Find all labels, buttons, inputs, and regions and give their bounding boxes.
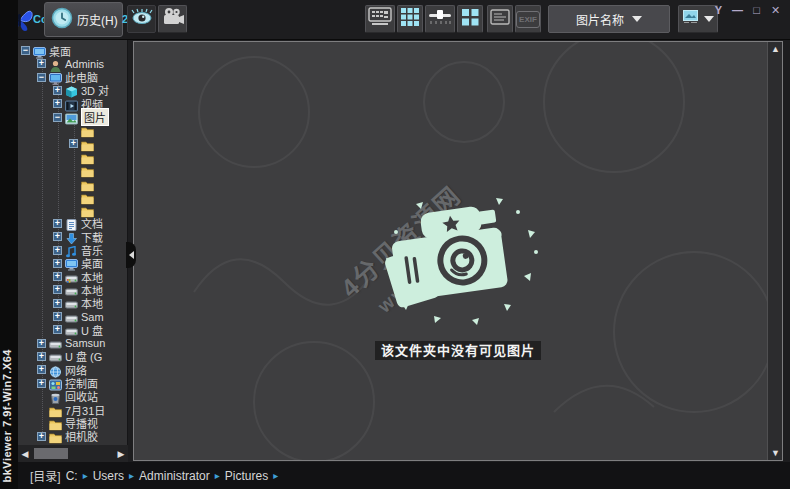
tree-item-folder[interactable]: + <box>18 190 128 203</box>
expand-expander-icon[interactable]: + <box>69 139 78 148</box>
tree-item-label[interactable]: 相机胶 <box>65 428 98 444</box>
tree-item-label[interactable]: 本地 <box>81 295 103 311</box>
tree-item-Sam[interactable]: +Sam <box>18 310 128 323</box>
expand-expander-icon[interactable]: + <box>37 59 46 68</box>
drive-icon <box>65 324 78 336</box>
tree-item-本地[interactable]: +本地 <box>18 270 128 283</box>
thumbnail-view-icon <box>368 7 392 31</box>
expand-expander-icon[interactable]: + <box>53 312 62 321</box>
expand-expander-icon[interactable]: + <box>37 339 46 348</box>
history-button-label: 历史(H) <box>77 11 118 28</box>
music-icon <box>65 244 78 256</box>
expand-expander-icon[interactable]: + <box>53 299 62 308</box>
folder-icon <box>49 404 62 416</box>
computer-icon <box>49 71 62 83</box>
tile-view-icon <box>462 9 479 30</box>
zoom-slider-icon <box>428 8 452 30</box>
expand-expander-icon[interactable]: + <box>53 246 62 255</box>
expand-expander-icon[interactable]: + <box>37 365 46 374</box>
breadcrumb-segment[interactable]: Pictures <box>225 469 268 483</box>
breadcrumb-segment[interactable]: Users <box>93 469 124 483</box>
tree-item-桌面[interactable]: +桌面 <box>18 257 128 270</box>
tree-horizontal-scrollbar[interactable]: ◀ ▶ <box>18 445 128 462</box>
expand-expander-icon[interactable]: + <box>53 285 62 294</box>
zoom-slider-button[interactable] <box>425 5 455 33</box>
minimize-button[interactable]: — <box>731 4 744 17</box>
tree-item-label[interactable]: U 盘 <box>81 322 103 338</box>
scroll-left-icon[interactable]: ◀ <box>18 449 32 459</box>
tree-item-本地[interactable]: +本地 <box>18 297 128 310</box>
tree-item-folder[interactable]: + <box>18 204 128 217</box>
tree-item-此电脑[interactable]: −此电脑 <box>18 71 128 84</box>
drive-icon <box>49 350 62 362</box>
tree-item-图片[interactable]: −图片 <box>18 111 128 124</box>
app-version-label: bkViewer 7.9f-Win7.X64 <box>1 349 13 483</box>
tree-item-folder[interactable]: + <box>18 150 128 163</box>
expand-expander-icon[interactable]: + <box>53 99 62 108</box>
collapse-expander-icon[interactable]: − <box>21 46 30 55</box>
tree-item-label[interactable]: Adminis <box>65 58 104 70</box>
scrollbar-thumb[interactable] <box>34 448 68 459</box>
tree-item-桌面[interactable]: −桌面 <box>18 44 128 57</box>
slideshow-button[interactable] <box>158 5 187 33</box>
expand-expander-icon[interactable]: + <box>53 325 62 334</box>
view-images-button[interactable] <box>127 5 156 33</box>
scroll-down-icon[interactable]: ▼ <box>768 448 783 458</box>
tree-item-下载[interactable]: +下载 <box>18 230 128 243</box>
sort-by-name-dropdown[interactable]: 图片名称 <box>548 5 670 33</box>
tree-item-label[interactable]: Sam <box>81 311 104 323</box>
camera-illustration-icon <box>376 192 556 356</box>
folder-icon <box>81 124 94 136</box>
tree-item-音乐[interactable]: +音乐 <box>18 244 128 257</box>
expand-expander-icon[interactable]: + <box>53 219 62 228</box>
tile-view-button[interactable] <box>457 5 483 33</box>
tree-item-U 盘[interactable]: +U 盘 <box>18 323 128 336</box>
expand-expander-icon[interactable]: + <box>37 379 46 388</box>
expand-expander-icon[interactable]: + <box>53 259 62 268</box>
scroll-up-icon[interactable]: ▲ <box>768 44 783 54</box>
scroll-right-icon[interactable]: ▶ <box>114 449 128 459</box>
expand-expander-icon[interactable]: + <box>53 232 62 241</box>
video-icon <box>65 98 78 110</box>
expand-expander-icon[interactable]: + <box>53 86 62 95</box>
image-browser-area[interactable]: 4分贝资源网 www.4FB.cn <box>133 41 783 461</box>
folder-icon <box>81 204 94 216</box>
empty-folder-message: 该文件夹中没有可见图片 <box>134 340 782 359</box>
tree-item-相机胶[interactable]: +相机胶 <box>18 430 128 443</box>
preview-dropdown-icon <box>683 10 698 28</box>
tree-item-文档[interactable]: +文档 <box>18 217 128 230</box>
panel-collapse-handle[interactable] <box>126 242 136 268</box>
breadcrumb-segment[interactable]: Administrator <box>139 469 210 483</box>
tree-item-视频[interactable]: +视频 <box>18 97 128 110</box>
maximize-button[interactable]: □ <box>750 4 763 17</box>
tree-item-3D 对[interactable]: +3D 对 <box>18 84 128 97</box>
tree-item-本地[interactable]: +本地 <box>18 283 128 296</box>
tree-item-folder[interactable]: + <box>18 124 128 137</box>
expand-expander-icon[interactable]: + <box>53 272 62 281</box>
breadcrumb-arrow-icon: ▸ <box>83 470 88 481</box>
directory-prefix-label: [目录] <box>30 467 61 484</box>
collapse-expander-icon[interactable]: − <box>37 73 46 82</box>
tree-item-folder[interactable]: + <box>18 137 128 150</box>
expand-expander-icon[interactable]: + <box>37 352 46 361</box>
status-bar: [目录] C:▸Users▸Administrator▸Pictures▸ <box>18 462 790 489</box>
tree-item-label[interactable]: 桌面 <box>49 43 71 59</box>
drive-icon <box>49 337 62 349</box>
thumbnail-view-button[interactable] <box>365 5 395 33</box>
tree-item-label[interactable]: Samsun <box>65 337 105 349</box>
tree-item-folder[interactable]: + <box>18 164 128 177</box>
breadcrumb-segment[interactable]: C: <box>66 469 78 483</box>
doc-icon <box>65 217 78 229</box>
vertical-scrollbar[interactable]: ▲ ▼ <box>767 42 782 460</box>
close-button[interactable]: ✕ <box>769 4 782 17</box>
grid-view-button[interactable] <box>397 5 423 33</box>
recycle-icon <box>49 390 62 402</box>
expand-expander-icon[interactable]: + <box>37 432 46 441</box>
exif-button[interactable]: EXIF <box>515 5 541 33</box>
history-button[interactable]: 历史(H) <box>44 2 123 37</box>
tree-item-folder[interactable]: + <box>18 177 128 190</box>
collapse-expander-icon[interactable]: − <box>53 113 62 122</box>
details-view-button[interactable] <box>487 5 513 33</box>
user-icon <box>49 58 62 70</box>
wrench-icon[interactable]: Y <box>712 4 725 17</box>
